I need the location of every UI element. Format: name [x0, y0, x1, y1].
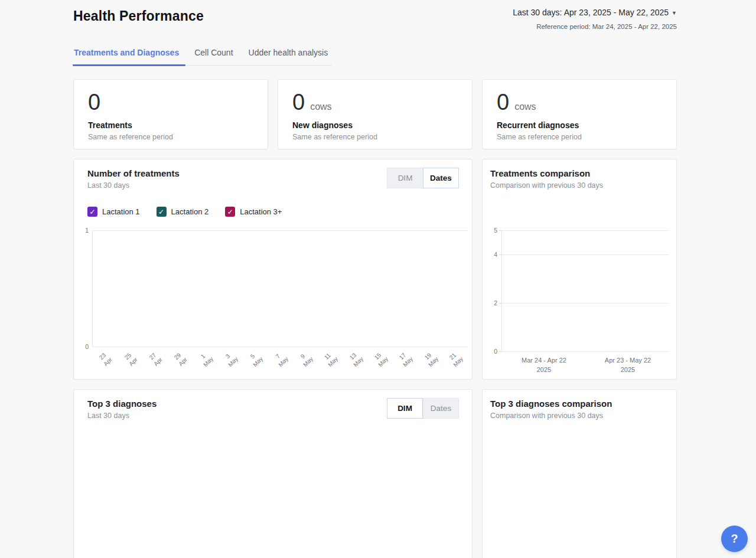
legend-label: Lactation 3+ [240, 207, 282, 216]
card-subtitle: Comparison with previous 30 days [490, 181, 676, 190]
period-selector[interactable]: Last 30 days: Apr 23, 2025 - May 22, 202… [513, 8, 677, 17]
legend-item-lactation-2[interactable]: ✓ Lactation 2 [157, 207, 209, 217]
dim-button[interactable]: DIM [387, 398, 423, 419]
tab-cell-count[interactable]: Cell Count [194, 48, 233, 65]
card-treatments-comparison: Treatments comparison Comparison with pr… [482, 159, 677, 380]
y-axis-tick-label: 4 [485, 251, 497, 258]
y-axis-tick-label: 0 [485, 348, 497, 355]
y-axis-tick-mark [499, 351, 502, 352]
comparison-chart-plot: 0245Mar 24 - Apr 222025Apr 23 - May 2220… [501, 230, 669, 351]
tab-udder-health-analysis[interactable]: Udder health analysis [248, 48, 329, 65]
card-grid: 0 Treatments Same as reference period 0 … [73, 79, 677, 558]
stat-unit: cows [514, 102, 536, 112]
y-axis-tick-label: 2 [485, 299, 497, 306]
dates-button[interactable]: Dates [423, 168, 459, 188]
stat-unit: cows [310, 102, 331, 112]
card-title: Treatments comparison [490, 168, 676, 178]
card-top-3-diagnoses: Top 3 diagnoses Last 30 days DIM Dates [73, 389, 472, 558]
stat-label: New diagnoses [292, 120, 458, 130]
stat-value: 0 [88, 90, 100, 115]
card-title: Top 3 diagnoses comparison [490, 399, 676, 409]
stat-value: 0 [497, 90, 509, 115]
y-axis-tick-mark [499, 303, 502, 304]
tabbar: Treatments and Diagnoses Cell Count Udde… [73, 48, 332, 66]
tab-treatments-and-diagnoses[interactable]: Treatments and Diagnoses [73, 48, 180, 65]
dates-button[interactable]: Dates [423, 398, 459, 419]
x-axis-category-label: Mar 24 - Apr 222025 [503, 356, 585, 375]
legend-checkbox: ✓ [157, 207, 167, 217]
page: Health Performance Last 30 days: Apr 23,… [73, 0, 677, 558]
stat-note: Same as reference period [88, 133, 253, 141]
gridline [502, 254, 669, 255]
date-block: Last 30 days: Apr 23, 2025 - May 22, 202… [513, 7, 677, 30]
x-axis-category-label: Apr 23 - May 222025 [586, 356, 669, 375]
reference-period-label: Reference period: Mar 24, 2025 - Apr 22,… [513, 23, 677, 30]
help-button[interactable]: ? [721, 526, 748, 552]
gridline [502, 303, 669, 304]
stat-note: Same as reference period [292, 133, 458, 141]
gridline [93, 230, 467, 231]
chevron-down-icon: ▼ [672, 10, 677, 16]
legend-checkbox: ✓ [87, 207, 97, 217]
stat-card-recurrent-diagnoses: 0 cows Recurrent diagnoses Same as refer… [482, 79, 677, 149]
stat-card-treatments: 0 Treatments Same as reference period [73, 79, 268, 149]
stat-note: Same as reference period [497, 133, 662, 141]
legend-checkbox: ✓ [225, 207, 235, 217]
dim-dates-toggle: DIM Dates [387, 168, 459, 188]
stat-value: 0 [292, 90, 305, 115]
card-top-3-diagnoses-comparison: Top 3 diagnoses comparison Comparison wi… [482, 389, 677, 558]
card-subtitle: Comparison with previous 30 days [490, 412, 676, 420]
legend-label: Lactation 1 [102, 207, 140, 216]
gridline [502, 351, 669, 352]
y-axis-tick-label: 5 [485, 227, 497, 234]
gridline [502, 230, 669, 231]
card-number-of-treatments: Number of treatments Last 30 days DIM Da… [73, 159, 472, 380]
dim-button[interactable]: DIM [387, 168, 423, 188]
period-selector-label: Last 30 days: Apr 23, 2025 - May 22, 202… [513, 8, 669, 17]
stat-label: Treatments [88, 120, 253, 130]
treatments-chart-plot: 0123Apr25Apr27Apr29Apr1May3May5May7May9M… [92, 230, 467, 347]
dim-dates-toggle: DIM Dates [387, 398, 459, 419]
legend-item-lactation-1[interactable]: ✓ Lactation 1 [87, 207, 140, 217]
legend-item-lactation-3plus[interactable]: ✓ Lactation 3+ [225, 207, 282, 217]
chart-legend: ✓ Lactation 1 ✓ Lactation 2 ✓ Lactation … [87, 207, 282, 217]
stat-card-new-diagnoses: 0 cows New diagnoses Same as reference p… [278, 79, 472, 149]
legend-label: Lactation 2 [171, 207, 209, 216]
stat-label: Recurrent diagnoses [497, 120, 662, 130]
y-axis-tick-label: 0 [77, 343, 89, 350]
y-axis-tick-mark [499, 230, 502, 231]
y-axis-tick-label: 1 [77, 227, 89, 234]
question-mark-icon: ? [731, 532, 738, 546]
y-axis-tick-mark [499, 254, 502, 255]
